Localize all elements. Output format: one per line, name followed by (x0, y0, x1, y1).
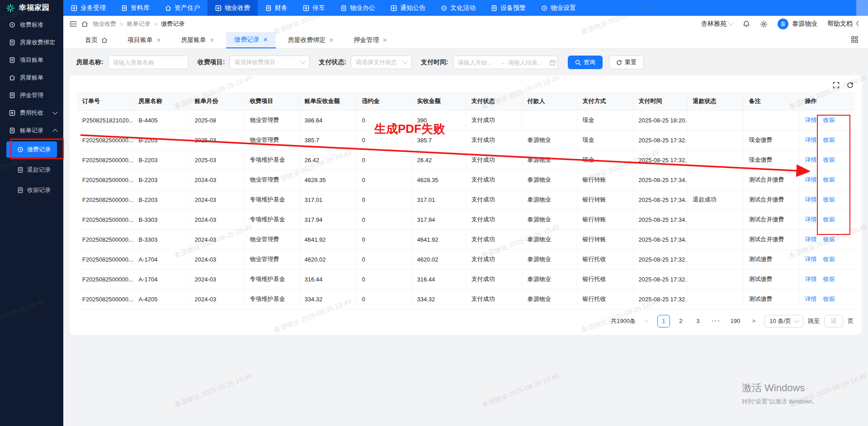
search-button[interactable]: 查询 (568, 56, 603, 69)
cell-付款人: 泰源物业 (522, 229, 577, 249)
receipt-link[interactable]: 收据 (823, 256, 835, 262)
sidebar: 幸福家园 收费标准房屋收费绑定项目账单房屋账单押金管理费用托收账单记录缴费记录退… (0, 0, 63, 426)
nav-item-通知公告[interactable]: 通知公告 (383, 0, 433, 16)
user-info[interactable]: 泰 泰源物业 (778, 19, 817, 29)
sidebar-item-项目账单[interactable]: 项目账单 (0, 51, 63, 69)
grid-layout-icon[interactable] (851, 36, 858, 43)
home-icon[interactable] (81, 21, 88, 27)
windows-activation-watermark: 激活 Windows 转到“设置”以激活 Windows。 (742, 381, 818, 406)
close-icon[interactable]: ✕ (210, 37, 214, 43)
page-size-select[interactable]: 10 条/页 (764, 315, 803, 328)
tab-首页[interactable]: 首页 (77, 32, 116, 48)
nav-item-物业收费[interactable]: 物业收费 (208, 0, 258, 16)
pay-status-select[interactable]: 请选择支付状态 (351, 56, 412, 69)
breadcrumb-item[interactable]: 物业收费 (93, 20, 116, 28)
detail-link[interactable]: 详情 (805, 176, 817, 183)
page-button-3[interactable]: 3 (692, 315, 704, 328)
bell-icon[interactable] (743, 20, 750, 28)
sidebar-item-房屋收费绑定[interactable]: 房屋收费绑定 (0, 33, 63, 51)
nav-scroll-handle[interactable] (856, 0, 868, 16)
next-page-button[interactable]: > (747, 315, 760, 328)
receipt-link[interactable]: 收据 (823, 196, 835, 203)
sidebar-item-费用托收[interactable]: 费用托收 (0, 104, 63, 122)
house-name-input[interactable] (113, 59, 184, 66)
tab-缴费记录[interactable]: 缴费记录✕ (226, 32, 276, 48)
tab-房屋收费绑定[interactable]: 房屋收费绑定✕ (279, 32, 342, 48)
sidebar-item-缴费记录[interactable]: 缴费记录 (0, 139, 63, 159)
cell-房屋名称: B-4405 (133, 110, 189, 130)
close-icon[interactable]: ✕ (263, 37, 268, 43)
page-button-190[interactable]: 190 (728, 315, 743, 328)
nav-item-物业设置[interactable]: 物业设置 (533, 0, 584, 16)
page-button-1[interactable]: 1 (657, 315, 670, 328)
tab-房屋账单[interactable]: 房屋账单✕ (173, 32, 222, 48)
receipt-link[interactable]: 收据 (823, 236, 835, 243)
cell-操作: 详情收据 (799, 190, 855, 210)
fee-item-select[interactable]: 请选择收费项目 (229, 56, 310, 69)
sidebar-item-房屋账单[interactable]: 房屋账单 (0, 69, 63, 86)
reset-button[interactable]: 重置 (609, 56, 644, 69)
detail-link[interactable]: 详情 (805, 196, 817, 203)
nav-item-设备预警[interactable]: 设备预警 (483, 0, 533, 16)
receipt-link[interactable]: 收据 (823, 176, 835, 183)
page-button-2[interactable]: 2 (675, 315, 687, 328)
cell-支付状态: 支付成功 (466, 229, 522, 249)
detail-link[interactable]: 详情 (805, 136, 817, 143)
cell-退款状态 (687, 150, 743, 170)
search-button-label: 查询 (584, 58, 595, 66)
receipt-link[interactable]: 收据 (823, 276, 835, 282)
detail-link[interactable]: 详情 (805, 236, 817, 243)
sidebar-item-账单记录[interactable]: 账单记录 (0, 122, 63, 139)
project-selector[interactable]: 杏林雅苑 (701, 20, 733, 28)
pay-time-end-input[interactable] (508, 59, 547, 66)
sidebar-item-收据记录[interactable]: 收据记录 (0, 180, 63, 200)
prev-page-button[interactable]: < (640, 315, 653, 328)
receipt-link[interactable]: 收据 (823, 117, 835, 123)
column-header-实收金额: 实收金额 (411, 92, 466, 110)
nav-item-停车[interactable]: 停车 (295, 0, 333, 16)
cell-备注: 测试合并缴费 (743, 229, 799, 249)
close-icon[interactable]: ✕ (156, 37, 161, 43)
fullscreen-icon[interactable] (833, 82, 840, 89)
column-header-账单月份: 账单月份 (189, 92, 244, 110)
tab-项目账单[interactable]: 项目账单✕ (119, 32, 169, 48)
detail-link[interactable]: 详情 (805, 117, 817, 123)
sidebar-item-收费标准[interactable]: 收费标准 (0, 16, 63, 33)
sidebar-item-退款记录[interactable]: 退款记录 (0, 159, 63, 180)
nav-item-label: 停车 (312, 4, 325, 12)
pay-time-range[interactable]: → (453, 56, 558, 69)
detail-link[interactable]: 详情 (805, 156, 817, 163)
detail-link[interactable]: 详情 (805, 276, 817, 282)
nav-item-资产住户[interactable]: 资产住户 (157, 0, 208, 16)
project-name: 杏林雅苑 (701, 20, 726, 28)
close-icon[interactable]: ✕ (382, 37, 387, 43)
jump-page-input[interactable]: 请 (824, 315, 843, 328)
cell-账单应收金额: 316.44 (299, 269, 356, 289)
breadcrumb-item[interactable]: 账单记录 (127, 20, 151, 28)
receipt-link[interactable]: 收据 (823, 216, 835, 223)
sidebar-item-押金管理[interactable]: 押金管理 (0, 86, 63, 104)
receipt-link[interactable]: 收据 (823, 156, 835, 163)
card-tools (77, 80, 854, 92)
cell-违约金: 0 (356, 150, 411, 170)
detail-link[interactable]: 详情 (805, 216, 817, 223)
nav-item-财务[interactable]: 财务 (258, 0, 295, 16)
detail-link[interactable]: 详情 (805, 295, 817, 302)
refresh-icon[interactable] (847, 82, 854, 89)
pay-time-start-input[interactable] (458, 59, 497, 66)
help-doc-link[interactable]: 帮助文档《 (827, 20, 859, 28)
nav-item-物业办公[interactable]: 物业办公 (333, 0, 383, 16)
close-icon[interactable]: ✕ (329, 37, 334, 43)
nav-item-文化活动[interactable]: 文化活动 (433, 0, 483, 16)
tab-押金管理[interactable]: 押金管理✕ (345, 32, 395, 48)
nav-item-业务受理[interactable]: 业务受理 (63, 0, 113, 16)
nav-item-资料库[interactable]: 资料库 (113, 0, 157, 16)
app-logo[interactable]: 幸福家园 (0, 0, 63, 16)
gear-icon[interactable] (760, 20, 768, 28)
receipt-link[interactable]: 收据 (823, 136, 835, 143)
cell-支付状态: 支付成功 (466, 150, 522, 170)
menu-fold-icon[interactable] (70, 21, 77, 27)
detail-link[interactable]: 详情 (805, 256, 817, 262)
receipt-link[interactable]: 收据 (823, 295, 835, 302)
column-header-违约金: 违约金 (356, 92, 411, 110)
